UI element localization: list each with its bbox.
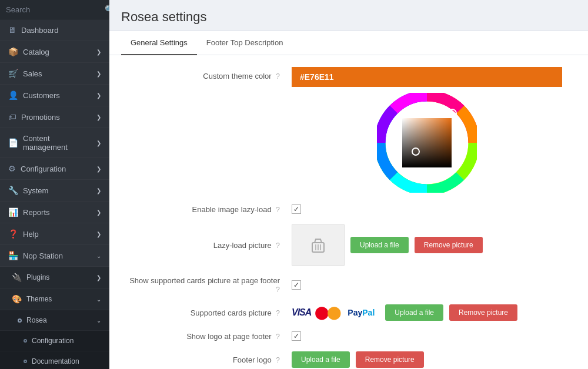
show-logo-section: Show logo at page footer ? bbox=[127, 331, 570, 341]
rosea-subnav: Configuration Documentation bbox=[0, 331, 109, 369]
color-wheel[interactable] bbox=[377, 93, 477, 193]
chevron-right-icon: ❯ bbox=[96, 187, 101, 194]
footer-logo-upload-button[interactable]: Upload a file bbox=[292, 351, 350, 368]
supported-cards-show-section: Show supported cards picture at page foo… bbox=[127, 276, 570, 294]
sidebar-item-label: System bbox=[23, 186, 48, 195]
page-title: Rosea settings bbox=[121, 9, 576, 25]
mastercard-icon-2: ⬤ bbox=[327, 305, 342, 320]
sidebar-item-label: Customers bbox=[23, 91, 60, 100]
sidebar-item-dashboard[interactable]: 🖥 Dashboard bbox=[0, 19, 109, 41]
help-icon-color[interactable]: ? bbox=[276, 72, 280, 80]
help-icon-cards[interactable]: ? bbox=[276, 286, 280, 294]
sidebar-item-label: Documentation bbox=[32, 357, 79, 365]
sidebar-item-sales[interactable]: 🛒 Sales ❯ bbox=[0, 63, 109, 85]
content-area: Custom theme color ? #E76E11 bbox=[109, 55, 588, 369]
sidebar-item-configuration[interactable]: ⚙ Configuration ❯ bbox=[0, 158, 109, 180]
help-icon: ❓ bbox=[8, 229, 18, 239]
chevron-right-icon: ❯ bbox=[96, 231, 101, 237]
chevron-down-icon: ⌄ bbox=[96, 296, 101, 303]
help-icon-lazy-pic[interactable]: ? bbox=[276, 241, 280, 250]
sidebar: 🔍 🖥 Dashboard 📦 Catalog ❯ 🛒 Sales ❯ 👤 Cu… bbox=[0, 0, 109, 369]
enable-lazy-load-section: Enable image lazy-load ? bbox=[127, 204, 570, 214]
chevron-down-icon: ⌄ bbox=[96, 253, 101, 259]
custom-theme-color-value: #E76E11 bbox=[292, 67, 570, 199]
tab-general-settings[interactable]: General Settings bbox=[121, 31, 197, 55]
customers-icon: 👤 bbox=[8, 90, 18, 100]
sales-icon: 🛒 bbox=[8, 69, 18, 78]
card-icons-display: VISA ⬤⬤ PayPal bbox=[292, 305, 375, 320]
plugins-icon: 🔌 bbox=[12, 273, 22, 282]
lazy-load-picture-preview bbox=[292, 224, 345, 266]
sidebar-item-label: Catalog bbox=[23, 48, 49, 56]
lazy-load-upload-button[interactable]: Upload a file bbox=[350, 237, 409, 253]
enable-lazy-load-checkbox[interactable] bbox=[292, 204, 301, 214]
system-icon: 🔧 bbox=[8, 186, 18, 195]
sidebar-item-nop-station[interactable]: 🏪 Nop Station ⌄ bbox=[0, 245, 109, 267]
cards-remove-button[interactable]: Remove picture bbox=[449, 304, 517, 321]
lazy-load-remove-button[interactable]: Remove picture bbox=[415, 237, 483, 253]
sidebar-item-themes[interactable]: 🎨 Themes ⌄ bbox=[0, 289, 109, 310]
circle-sm-icon bbox=[24, 339, 27, 343]
sidebar-item-label: Sales bbox=[23, 69, 42, 78]
basket-icon bbox=[308, 234, 329, 256]
sidebar-item-label: Help bbox=[23, 230, 39, 239]
footer-logo-remove-button[interactable]: Remove picture bbox=[356, 351, 424, 368]
sidebar-item-content-management[interactable]: 📄 Content management ❯ bbox=[0, 128, 109, 158]
help-icon-cards-pic[interactable]: ? bbox=[276, 309, 280, 317]
search-input[interactable] bbox=[6, 5, 105, 14]
sidebar-item-system[interactable]: 🔧 System ❯ bbox=[0, 180, 109, 202]
svg-rect-3 bbox=[402, 118, 452, 167]
tab-footer-top-description[interactable]: Footer Top Description bbox=[197, 31, 293, 55]
sidebar-item-documentation[interactable]: Documentation bbox=[0, 351, 109, 369]
visa-icon: VISA bbox=[292, 307, 311, 318]
help-icon-footer-logo[interactable]: ? bbox=[276, 356, 280, 364]
help-icon-logo[interactable]: ? bbox=[276, 333, 280, 341]
lazy-load-picture-value: Upload a file Remove picture bbox=[292, 224, 570, 266]
sidebar-item-label: Dashboard bbox=[21, 26, 59, 35]
sidebar-item-label: Configuration bbox=[21, 165, 66, 173]
reports-icon: 📊 bbox=[8, 207, 18, 217]
themes-icon: 🎨 bbox=[12, 294, 22, 304]
help-icon-lazy[interactable]: ? bbox=[276, 206, 280, 214]
enable-lazy-load-value bbox=[292, 204, 570, 214]
supported-cards-picture-section: Supported cards picture ? VISA ⬤⬤ PayPal… bbox=[127, 304, 570, 321]
lazy-load-picture-section: Lazy-load picture ? Upload a file Remove… bbox=[127, 224, 570, 266]
content-icon: 📄 bbox=[8, 138, 18, 147]
sidebar-item-rosea[interactable]: Rosea ⌄ bbox=[0, 310, 109, 331]
sidebar-item-plugins[interactable]: 🔌 Plugins ❯ bbox=[0, 267, 109, 289]
sidebar-item-label: Rosea bbox=[26, 316, 47, 324]
circle-sm-icon bbox=[24, 360, 27, 363]
search-box[interactable]: 🔍 bbox=[0, 0, 109, 19]
sidebar-item-label: Themes bbox=[26, 295, 52, 303]
chevron-right-icon: ❯ bbox=[96, 114, 101, 120]
nop-station-icon: 🏪 bbox=[8, 251, 18, 260]
themes-subnav: Rosea ⌄ Configuration Documentation bbox=[0, 310, 109, 369]
cards-upload-button[interactable]: Upload a file bbox=[385, 304, 443, 321]
show-logo-label: Show logo at page footer ? bbox=[127, 332, 292, 341]
chevron-right-icon: ❯ bbox=[96, 92, 101, 99]
main-content: Rosea settings General Settings Footer T… bbox=[109, 0, 588, 369]
nop-station-subnav: 🔌 Plugins ❯ 🎨 Themes ⌄ Rosea ⌄ Configura… bbox=[0, 267, 109, 369]
supported-cards-picture-label: Supported cards picture ? bbox=[127, 308, 292, 317]
circle-icon bbox=[18, 318, 22, 323]
sidebar-item-label: Plugins bbox=[26, 273, 49, 281]
chevron-down-icon: ⌄ bbox=[96, 317, 101, 324]
enable-lazy-load-label: Enable image lazy-load ? bbox=[127, 205, 292, 214]
color-wheel-container[interactable] bbox=[292, 93, 562, 193]
sidebar-item-customers[interactable]: 👤 Customers ❯ bbox=[0, 85, 109, 106]
show-logo-checkbox[interactable] bbox=[292, 331, 301, 341]
supported-cards-show-value bbox=[292, 280, 570, 290]
sidebar-item-configuration-sub[interactable]: Configuration bbox=[0, 331, 109, 351]
sidebar-item-help[interactable]: ❓ Help ❯ bbox=[0, 223, 109, 245]
sidebar-item-label: Reports bbox=[23, 208, 50, 217]
sidebar-item-promotions[interactable]: 🏷 Promotions ❯ bbox=[0, 106, 109, 128]
paypal-icon: PayPal bbox=[348, 308, 375, 317]
sidebar-item-reports[interactable]: 📊 Reports ❯ bbox=[0, 202, 109, 223]
sidebar-item-catalog[interactable]: 📦 Catalog ❯ bbox=[0, 41, 109, 63]
supported-cards-checkbox[interactable] bbox=[292, 280, 301, 290]
promotions-icon: 🏷 bbox=[8, 112, 16, 122]
color-hex-bar[interactable]: #E76E11 bbox=[292, 67, 562, 87]
sidebar-item-label: Nop Station bbox=[23, 251, 63, 260]
page-header: Rosea settings bbox=[109, 0, 588, 31]
footer-logo-label: Footer logo ? bbox=[127, 355, 292, 364]
